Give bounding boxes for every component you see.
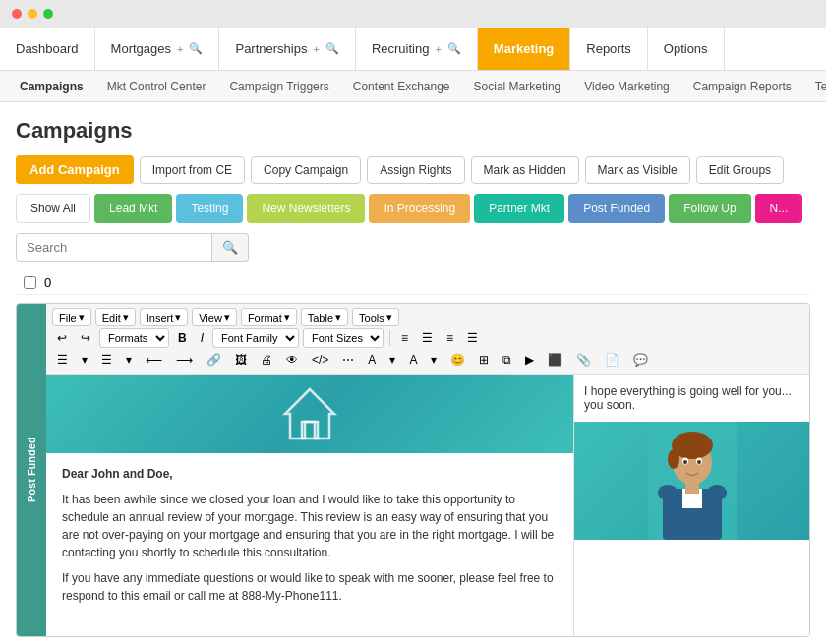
- attachment-icon[interactable]: 📎: [571, 350, 596, 370]
- right-panel-text: I hope everything is going well for you.…: [574, 375, 809, 422]
- subnav-temp[interactable]: Temp...: [803, 71, 826, 101]
- align-justify-icon[interactable]: ☰: [462, 328, 483, 348]
- layers-icon[interactable]: ⧉: [498, 350, 516, 370]
- subnav-video-marketing[interactable]: Video Marketing: [572, 71, 681, 101]
- maximize-dot[interactable]: [43, 9, 53, 19]
- emoji-icon[interactable]: 😊: [445, 350, 470, 370]
- tools-menu-button[interactable]: Tools ▾: [352, 308, 399, 326]
- filter-post-funded[interactable]: Post Funded: [568, 194, 665, 223]
- highlight-dropdown-icon[interactable]: ▾: [426, 350, 442, 370]
- align-left-icon[interactable]: ≡: [396, 328, 413, 348]
- numbered-list-dropdown-icon[interactable]: ▾: [121, 350, 137, 370]
- more-icon[interactable]: ⋯: [337, 350, 359, 370]
- nav-tab-recruiting[interactable]: Recruiting + 🔍: [356, 28, 478, 70]
- document-icon[interactable]: 📄: [600, 350, 624, 370]
- select-all-checkbox[interactable]: [24, 276, 36, 289]
- assign-rights-button[interactable]: Assign Rights: [367, 156, 464, 184]
- align-center-icon[interactable]: ☰: [417, 328, 438, 348]
- copy-campaign-button[interactable]: Copy Campaign: [251, 156, 361, 184]
- filter-n[interactable]: N...: [755, 194, 803, 223]
- table-menu-button[interactable]: Table ▾: [301, 308, 348, 326]
- filter-lead-mkt[interactable]: Lead Mkt: [94, 194, 172, 223]
- font-color-dropdown-icon[interactable]: ▾: [384, 350, 400, 370]
- format-menu-button[interactable]: Format ▾: [241, 308, 297, 326]
- font-size-select[interactable]: Font Sizes: [303, 328, 384, 348]
- mark-visible-button[interactable]: Mark as Visible: [585, 156, 690, 184]
- bullet-list-icon[interactable]: ☰: [52, 350, 73, 370]
- search-button[interactable]: 🔍: [212, 233, 249, 262]
- numbered-list-icon[interactable]: ☰: [96, 350, 117, 370]
- sub-nav: Campaigns Mkt Control Center Campaign Tr…: [0, 71, 826, 102]
- minimize-dot[interactable]: [28, 9, 37, 19]
- subnav-mkt-control[interactable]: Mkt Control Center: [95, 71, 218, 101]
- filter-new-newsletters[interactable]: New Newsletters: [247, 194, 365, 223]
- email-right-panel: I hope everything is going well for you.…: [573, 375, 809, 636]
- font-color-icon[interactable]: A: [363, 350, 381, 370]
- email-paragraph-1: It has been awhile since we closed your …: [62, 491, 558, 561]
- highlight-icon[interactable]: A: [404, 350, 422, 370]
- edit-menu-button[interactable]: Edit ▾: [95, 308, 136, 326]
- action-buttons: Add Campaign Import from CE Copy Campaig…: [16, 155, 810, 184]
- add-campaign-button[interactable]: Add Campaign: [16, 155, 134, 184]
- nav-tab-options[interactable]: Options: [648, 28, 725, 70]
- subnav-content-exchange[interactable]: Content Exchange: [341, 71, 462, 101]
- email-body-area[interactable]: Dear John and Doe, It has been awhile si…: [46, 375, 573, 636]
- subnav-social-marketing[interactable]: Social Marketing: [462, 71, 573, 101]
- import-button[interactable]: Import from CE: [140, 156, 245, 184]
- email-greeting: Dear John and Doe,: [62, 465, 558, 483]
- print-icon[interactable]: 🖨: [256, 350, 277, 370]
- edit-groups-button[interactable]: Edit Groups: [696, 156, 784, 184]
- plus-icon: +: [177, 43, 183, 55]
- media-icon[interactable]: ⬛: [543, 350, 567, 370]
- formats-select[interactable]: Formats: [99, 328, 169, 348]
- mark-hidden-button[interactable]: Mark as Hidden: [471, 156, 579, 184]
- svg-point-13: [697, 460, 701, 464]
- link-icon[interactable]: 🔗: [202, 350, 226, 370]
- undo-icon[interactable]: ↩: [52, 328, 72, 348]
- list-dropdown-icon[interactable]: ▾: [77, 350, 92, 370]
- svg-point-9: [668, 449, 679, 469]
- indent-icon[interactable]: ⟶: [171, 350, 198, 370]
- filter-in-processing[interactable]: In Processing: [369, 194, 470, 223]
- subnav-campaigns[interactable]: Campaigns: [8, 71, 95, 101]
- filter-tabs: Show All Lead Mkt Testing New Newsletter…: [16, 194, 810, 223]
- align-right-icon[interactable]: ≡: [442, 328, 458, 348]
- redo-icon[interactable]: ↪: [76, 328, 95, 348]
- outdent-icon[interactable]: ⟵: [141, 350, 167, 370]
- filter-show-all[interactable]: Show All: [16, 194, 90, 223]
- search-row: 🔍: [16, 233, 810, 262]
- nav-tab-mortgages[interactable]: Mortgages + 🔍: [95, 28, 220, 70]
- toolbar-row-formatting: ↩ ↪ Formats B I Font Family Font Sizes ≡: [52, 328, 803, 348]
- editor-main: File ▾ Edit ▾ Insert ▾ View ▾: [46, 304, 809, 636]
- comment-icon[interactable]: 💬: [628, 350, 653, 370]
- filter-testing[interactable]: Testing: [176, 194, 243, 223]
- video-icon[interactable]: ▶: [520, 350, 539, 370]
- page-title: Campaigns: [16, 118, 810, 144]
- toolbar-row-menus: File ▾ Edit ▾ Insert ▾ View ▾: [52, 308, 803, 326]
- table-icon[interactable]: ⊞: [474, 350, 494, 370]
- nav-tab-dashboard[interactable]: Dashboard: [0, 28, 95, 70]
- nav-tab-marketing[interactable]: Marketing: [478, 28, 570, 70]
- house-icon: [280, 384, 339, 443]
- view-menu-button[interactable]: View ▾: [192, 308, 237, 326]
- insert-menu-button[interactable]: Insert ▾: [140, 308, 189, 326]
- checkbox-count: 0: [44, 275, 51, 290]
- code-icon[interactable]: </>: [307, 350, 333, 370]
- filter-partner-mkt[interactable]: Partner Mkt: [474, 194, 564, 223]
- page-content: Campaigns Add Campaign Import from CE Co…: [0, 102, 826, 644]
- search-input[interactable]: [16, 233, 212, 262]
- file-menu-button[interactable]: File ▾: [52, 308, 91, 326]
- font-family-select[interactable]: Font Family: [212, 328, 299, 348]
- filter-follow-up[interactable]: Follow Up: [669, 194, 750, 223]
- nav-tab-partnerships[interactable]: Partnerships + 🔍: [219, 28, 355, 70]
- preview-icon[interactable]: 👁: [281, 350, 303, 370]
- nav-tabs: Dashboard Mortgages + 🔍 Partnerships + 🔍…: [0, 28, 826, 71]
- close-dot[interactable]: [12, 9, 22, 19]
- nav-tab-reports[interactable]: Reports: [570, 28, 648, 70]
- subnav-campaign-triggers[interactable]: Campaign Triggers: [217, 71, 340, 101]
- italic-icon[interactable]: I: [196, 328, 208, 348]
- bold-icon[interactable]: B: [173, 328, 192, 348]
- email-paragraph-2: If you have any immediate questions or w…: [62, 569, 558, 605]
- image-icon[interactable]: 🖼: [230, 350, 252, 370]
- subnav-campaign-reports[interactable]: Campaign Reports: [681, 71, 803, 101]
